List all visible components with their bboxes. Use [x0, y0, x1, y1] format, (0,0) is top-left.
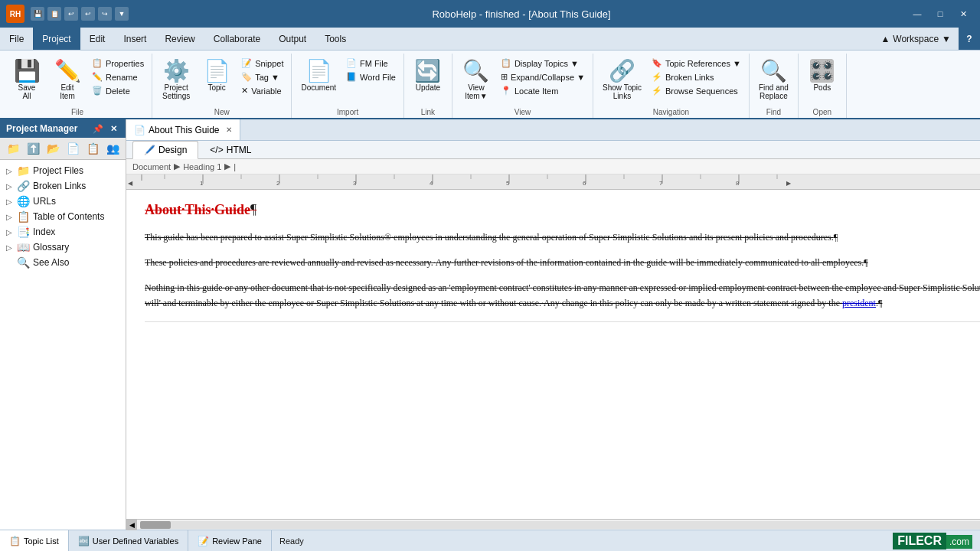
help-button[interactable]: ?: [959, 28, 980, 50]
topic-list-tab[interactable]: 📋 Topic List: [0, 530, 69, 551]
document-content[interactable]: About·This·Guide¶ This·guide·has·been·pr…: [126, 190, 980, 519]
redo-btn[interactable]: ↪: [98, 7, 112, 21]
show-topic-links-icon: 🔗: [609, 58, 635, 83]
find-replace-button[interactable]: 🔍 Find andReplace: [754, 55, 793, 103]
close-btn[interactable]: ✕: [952, 6, 974, 21]
ribbon-group-find-label: Find: [754, 106, 793, 118]
review-pane-tab[interactable]: 📝 Review Pane: [188, 530, 272, 551]
panel-toolbar: 📁 ⬆️ 📂 📄 📋 👥: [0, 138, 126, 160]
folder2-btn[interactable]: 📂: [44, 140, 61, 157]
new-doc-btn[interactable]: 📄: [64, 140, 81, 157]
about-guide-tab[interactable]: 📄 About This Guide ✕: [126, 119, 240, 140]
design-tab[interactable]: 🖊️ Design: [132, 141, 198, 159]
tree-see-also[interactable]: 🔍 See Also: [0, 255, 126, 270]
document-button[interactable]: 📄 Document: [296, 55, 341, 95]
delete-button[interactable]: 🗑️ Delete: [89, 84, 147, 97]
word-file-icon: 📘: [346, 72, 357, 82]
save-quick-btn[interactable]: 💾: [31, 7, 44, 21]
breadcrumb-sep2: ▶: [224, 161, 230, 171]
ribbon-group-file-label: File: [8, 106, 147, 118]
edit-item-button[interactable]: ✏️ EditItem: [48, 55, 87, 103]
locate-item-button[interactable]: 📍 Locate Item: [498, 84, 588, 97]
index-icon: 📑: [17, 226, 30, 238]
breadcrumb-document[interactable]: Document: [132, 162, 171, 171]
user-defined-vars-tab[interactable]: 🔤 User Defined Variables: [69, 530, 188, 551]
president-link[interactable]: president: [842, 298, 876, 308]
project-manager-header: Project Manager 📌 ✕: [0, 119, 126, 138]
html-tab[interactable]: </> HTML: [198, 141, 263, 159]
import-doc-btn[interactable]: 📋: [84, 140, 101, 157]
expand-icon: ▷: [6, 228, 17, 236]
tree-glossary[interactable]: ▷ 📖 Glossary: [0, 240, 126, 255]
window-controls[interactable]: — □ ✕: [906, 6, 974, 21]
tab-close-btn[interactable]: ✕: [226, 126, 232, 134]
fm-file-button[interactable]: 📄 FM File: [343, 57, 399, 70]
sort-btn[interactable]: ⬆️: [24, 140, 41, 157]
word-file-label: Word File: [360, 73, 396, 82]
expand-collapse-button[interactable]: ⊞ Expand/Collapse ▼: [498, 70, 588, 83]
breadcrumb-heading1[interactable]: Heading 1: [183, 162, 221, 171]
undo-btn[interactable]: ↩: [64, 7, 78, 21]
browse-sequences-button[interactable]: ⚡ Browse Sequences: [648, 84, 744, 97]
undo-disabled-btn[interactable]: ↩: [81, 7, 95, 21]
tree-toc[interactable]: ▷ 📋 Table of Contents: [0, 209, 126, 224]
tree-broken-links[interactable]: ▷ 🔗 Broken Links: [0, 178, 126, 194]
panel-header-controls[interactable]: 📌 ✕: [92, 122, 119, 135]
word-file-button[interactable]: 📘 Word File: [343, 70, 399, 83]
rename-label: Rename: [106, 73, 138, 82]
snippet-button[interactable]: 📝 Snippet: [238, 57, 286, 70]
tree-urls[interactable]: ▷ 🌐 URLs: [0, 194, 126, 209]
customize-btn[interactable]: ▼: [115, 7, 129, 21]
browse-sequences-icon: ⚡: [652, 86, 662, 96]
menu-output[interactable]: Output: [270, 28, 315, 50]
h-scroll-track[interactable]: [140, 521, 980, 529]
chevron-down-icon: ▼: [942, 34, 951, 44]
rename-button[interactable]: ✏️ Rename: [89, 70, 147, 83]
display-topics-button[interactable]: 📋 Display Topics ▼: [498, 57, 588, 70]
ribbon-group-new-content: ⚙️ ProjectSettings 📄 Topic 📝 Snippet 🏷️ …: [157, 54, 286, 106]
tree-project-files[interactable]: ▷ 📁 Project Files: [0, 163, 126, 178]
tag-button[interactable]: 🏷️ Tag ▼: [238, 70, 286, 83]
topic-references-button[interactable]: 🔖 Topic References ▼: [648, 57, 744, 70]
pods-button[interactable]: 🎛️ Pods: [803, 55, 841, 95]
variable-button[interactable]: ✕ Variable: [238, 84, 286, 97]
update-button[interactable]: 🔄 Update: [409, 55, 447, 95]
project-settings-button[interactable]: ⚙️ ProjectSettings: [157, 55, 195, 103]
nav-small-buttons: 🔖 Topic References ▼ ⚡ Broken Links ⚡ Br…: [648, 55, 744, 97]
locate-item-icon: 📍: [501, 86, 511, 96]
panel-close-btn[interactable]: ✕: [107, 122, 119, 135]
save-all-button[interactable]: 💾 SaveAll: [8, 55, 46, 103]
minimize-btn[interactable]: —: [906, 6, 928, 21]
panel-pin-btn[interactable]: 📌: [92, 122, 104, 135]
project-settings-icon: ⚙️: [163, 58, 190, 83]
user-vars-label: User Defined Variables: [93, 536, 178, 546]
edit-item-icon: ✏️: [54, 58, 81, 83]
topic-references-label: Topic References ▼: [665, 59, 741, 68]
menu-tools[interactable]: Tools: [315, 28, 355, 50]
folder-icon-btn[interactable]: 📁: [5, 140, 21, 157]
ribbon-group-file-content: 💾 SaveAll ✏️ EditItem 📋 Properties ✏️ Re…: [8, 54, 147, 106]
tree-index[interactable]: ▷ 📑 Index: [0, 224, 126, 240]
h-scroll-thumb[interactable]: [140, 521, 171, 529]
broken-links-button[interactable]: ⚡ Broken Links: [648, 70, 744, 83]
show-topic-links-button[interactable]: 🔗 Show TopicLinks: [598, 55, 646, 103]
topic-button[interactable]: 📄 Topic: [198, 55, 236, 95]
ribbon-group-new: ⚙️ ProjectSettings 📄 Topic 📝 Snippet 🏷️ …: [152, 54, 292, 118]
view-item-button[interactable]: 🔍 ViewItem▼: [457, 55, 495, 103]
workspace-button[interactable]: ▲ Workspace ▼: [873, 28, 959, 50]
menu-edit[interactable]: Edit: [80, 28, 115, 50]
menu-review[interactable]: Review: [155, 28, 204, 50]
menu-project[interactable]: Project: [33, 28, 80, 50]
menu-insert[interactable]: Insert: [114, 28, 155, 50]
quick-access-toolbar[interactable]: 💾 📋 ↩ ↩ ↪ ▼: [31, 7, 129, 21]
view-item-label: ViewItem▼: [465, 83, 487, 100]
menu-collaborate[interactable]: Collaborate: [204, 28, 270, 50]
menu-file[interactable]: File: [0, 28, 33, 50]
project-manager-panel: Project Manager 📌 ✕ 📁 ⬆️ 📂 📄 📋 👥 ▷ 📁 Pro…: [0, 119, 126, 530]
scroll-left-btn[interactable]: ◀: [126, 520, 137, 530]
maximize-btn[interactable]: □: [929, 6, 951, 21]
horizontal-scrollbar[interactable]: ◀ ▶: [126, 519, 980, 530]
properties-button[interactable]: 📋 Properties: [89, 57, 147, 70]
doc-quick-btn[interactable]: 📋: [47, 7, 61, 21]
team-btn[interactable]: 👥: [104, 140, 121, 157]
